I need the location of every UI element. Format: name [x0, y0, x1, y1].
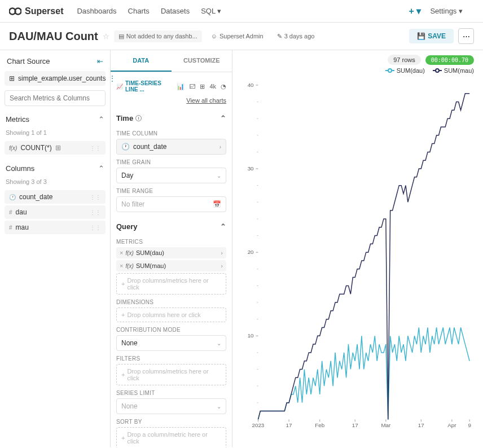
fx-icon: f(x)	[125, 250, 133, 256]
column-item[interactable]: #mau⋮⋮	[5, 221, 106, 234]
grip-icon: ⋮⋮	[90, 209, 101, 216]
remove-icon[interactable]: ×	[120, 262, 123, 269]
metrics-section-head[interactable]: Metrics ⌃	[5, 113, 106, 126]
svg-text:40: 40	[248, 82, 254, 88]
time-column-value: count_date	[133, 143, 166, 151]
drop-hint: Drop columns/metrics here or click	[127, 277, 221, 291]
area-chart-icon[interactable]: 🗠	[189, 83, 195, 90]
time-group-head[interactable]: Time i ⌃	[116, 111, 226, 126]
metric-item[interactable]: f(x)COUNT(*)⊞⋮⋮	[5, 141, 106, 155]
metric-chip[interactable]: ×f(x)SUM(dau)›	[116, 247, 226, 258]
table-icon[interactable]: ⊞	[200, 83, 205, 90]
dataset-pill[interactable]: ⊞ simple_example.user_counts ⋮	[5, 71, 106, 86]
column-label: dau	[16, 208, 27, 216]
info-icon[interactable]: i	[135, 115, 142, 121]
save-icon: 💾	[417, 32, 425, 40]
hash-icon: #	[9, 225, 12, 231]
metric-chip[interactable]: ×f(x)SUM(mau)›	[116, 260, 226, 271]
column-item[interactable]: 🕐count_date⋮⋮	[5, 190, 106, 204]
svg-text:17: 17	[286, 422, 292, 428]
row-count-badge: 97 rows	[388, 55, 421, 65]
column-item[interactable]: #dau⋮⋮	[5, 205, 106, 219]
chevron-up-icon: ⌃	[98, 115, 104, 124]
nav-settings[interactable]: Settings ▾	[430, 7, 463, 15]
metrics-drop-zone[interactable]: + Drop columns/metrics here or click	[116, 273, 226, 295]
svg-text:Feb: Feb	[315, 422, 324, 428]
dimensions-label: DIMENSIONS	[116, 299, 226, 305]
nav-dashboards[interactable]: Dashboards	[77, 7, 116, 15]
elapsed-time-badge: 00:00:00.70	[425, 55, 474, 65]
filters-drop-zone[interactable]: + Drop columns/metrics here or click	[116, 364, 226, 385]
metrics-label: METRICS	[116, 239, 226, 245]
svg-point-5	[436, 69, 439, 72]
nav-datasets[interactable]: Datasets	[161, 7, 190, 15]
drop-hint: Drop columns here or click	[127, 311, 200, 318]
time-column-select[interactable]: 🕐 count_date ›	[116, 139, 226, 155]
bar-chart-icon[interactable]: 📊	[177, 83, 185, 90]
favorite-star-icon[interactable]: ☆	[103, 32, 109, 41]
gauge-icon[interactable]: ◔	[221, 83, 226, 90]
dashboard-chip[interactable]: ▤ Not added to any dashb...	[114, 30, 202, 42]
nav-sql[interactable]: SQL ▾	[201, 7, 221, 15]
tab-customize[interactable]: CUSTOMIZE	[172, 50, 232, 72]
line-chart-icon: 📈	[116, 84, 123, 90]
legend-mau[interactable]: SUM(mau)	[433, 67, 474, 74]
chevron-up-icon: ⌃	[98, 164, 104, 173]
plus-icon: +	[121, 280, 125, 287]
viz-type-label: TIME-SERIES LINE ...	[125, 80, 170, 93]
save-button[interactable]: 💾 SAVE	[409, 29, 454, 43]
metric-label: COUNT(*)	[20, 144, 51, 152]
dimensions-drop-zone[interactable]: + Drop columns here or click	[116, 308, 226, 322]
save-label: SAVE	[428, 32, 446, 40]
legend-mau-label: SUM(mau)	[444, 67, 474, 74]
view-all-charts-link[interactable]: View all charts	[116, 97, 226, 104]
contribution-value: None	[121, 339, 138, 347]
column-label: mau	[16, 223, 29, 231]
filters-label: FILTERS	[116, 355, 226, 362]
drop-hint: Drop a column/metric here or click	[127, 431, 221, 445]
svg-text:20: 20	[248, 249, 254, 255]
contribution-label: CONTRIBUTION MODE	[116, 327, 226, 333]
fx-icon: f(x)	[125, 263, 133, 269]
time-grain-value: Day	[121, 172, 133, 179]
sort-by-drop-zone[interactable]: + Drop a column/metric here or click	[116, 427, 226, 447]
time-range-select[interactable]: No filter 📅	[116, 196, 226, 212]
nav-charts[interactable]: Charts	[128, 7, 150, 15]
table-icon: ⊞	[55, 144, 61, 152]
query-group-head[interactable]: Query ⌃	[116, 219, 226, 234]
svg-text:Mar: Mar	[381, 422, 391, 428]
remove-icon[interactable]: ×	[120, 249, 123, 256]
time-grain-select[interactable]: Day ⌄	[116, 168, 226, 183]
columns-section-head[interactable]: Columns ⌃	[5, 162, 106, 175]
svg-text:2023: 2023	[252, 422, 265, 428]
chart-source-label: Chart Source	[7, 57, 50, 65]
search-input[interactable]	[5, 90, 106, 106]
ellipsis-icon: ⋯	[463, 32, 470, 41]
sort-by-label: SORT BY	[116, 419, 226, 425]
grip-icon: ⋮⋮	[90, 225, 101, 231]
more-button[interactable]: ⋯	[458, 28, 474, 44]
viz-type-selector[interactable]: 📈 TIME-SERIES LINE ...	[116, 80, 170, 93]
4k-option[interactable]: 4k	[209, 83, 216, 90]
modified-label: 3 days ago	[284, 33, 315, 39]
tab-data[interactable]: DATA	[111, 50, 172, 72]
chevron-down-icon: ⌄	[217, 173, 221, 179]
owner-chip: ☺ Superset Admin	[207, 30, 268, 42]
chart-canvas[interactable]: 10203040202317Feb17Mar17Apr9	[242, 76, 474, 437]
chevron-up-icon: ⌃	[220, 114, 226, 122]
logo[interactable]: Superset	[9, 6, 63, 16]
calendar-icon: 📅	[213, 200, 221, 208]
grip-icon: ⋮⋮	[90, 145, 101, 151]
collapse-sidebar-icon[interactable]: ⇤	[97, 57, 103, 65]
metrics-label: Metrics	[6, 115, 29, 124]
series-limit-select[interactable]: None ⌄	[116, 398, 226, 414]
time-grain-label: TIME GRAIN	[116, 159, 226, 165]
chevron-right-icon: ›	[221, 249, 223, 256]
legend-dau[interactable]: SUM(dau)	[385, 67, 425, 74]
add-button[interactable]: + ▾	[409, 6, 421, 16]
contribution-select[interactable]: None ⌄	[116, 335, 226, 351]
hash-icon: #	[9, 209, 12, 216]
svg-text:17: 17	[352, 422, 358, 428]
columns-count: Showing 3 of 3	[5, 175, 106, 188]
chevron-down-icon: ⌄	[217, 403, 221, 410]
